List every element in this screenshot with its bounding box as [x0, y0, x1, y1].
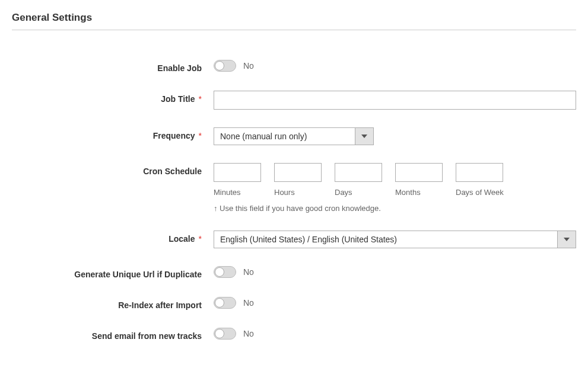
field-enable-job: Enable Job No — [12, 60, 576, 73]
field-locale: Locale* English (United States) / Englis… — [12, 231, 576, 248]
toggle-reindex[interactable] — [214, 297, 236, 309]
sublabel-days-of-week: Days of Week — [456, 188, 504, 197]
toggle-value-generate-unique-url: No — [243, 267, 254, 277]
toggle-knob-icon — [215, 267, 224, 277]
field-frequency: Frequency* None (manual run only) — [12, 127, 576, 145]
label-job-title: Job Title* — [12, 91, 214, 104]
toggle-knob-icon — [215, 61, 224, 71]
label-job-title-text: Job Title — [161, 94, 195, 104]
section-title: General Settings — [12, 12, 576, 30]
toggle-knob-icon — [215, 298, 224, 308]
input-cron-months[interactable] — [395, 163, 443, 182]
sublabel-minutes: Minutes — [214, 188, 261, 197]
toggle-value-enable-job: No — [243, 61, 254, 71]
chevron-down-icon — [355, 127, 374, 145]
input-job-title[interactable] — [214, 91, 576, 110]
input-cron-minutes[interactable] — [214, 163, 261, 182]
field-cron-schedule: Cron Schedule Minutes Hours Days Months … — [12, 163, 576, 213]
label-frequency: Frequency* — [12, 127, 214, 140]
chevron-down-icon — [557, 231, 576, 248]
select-locale-value: English (United States) / English (Unite… — [214, 231, 557, 248]
field-reindex: Re-Index after Import No — [12, 297, 576, 310]
required-mark-icon: * — [199, 131, 202, 140]
label-frequency-text: Frequency — [153, 131, 195, 140]
input-cron-days[interactable] — [335, 163, 382, 182]
toggle-generate-unique-url[interactable] — [214, 266, 236, 278]
select-frequency-value: None (manual run only) — [214, 127, 355, 145]
field-job-title: Job Title* — [12, 91, 576, 110]
field-send-email: Send email from new tracks No — [12, 328, 576, 341]
toggle-send-email[interactable] — [214, 328, 236, 340]
label-enable-job: Enable Job — [12, 60, 214, 73]
select-frequency[interactable]: None (manual run only) — [214, 127, 374, 145]
label-locale: Locale* — [12, 231, 214, 244]
label-locale-text: Locale — [169, 234, 195, 244]
required-mark-icon: * — [199, 94, 202, 104]
sublabel-hours: Hours — [274, 188, 322, 197]
input-cron-days-of-week[interactable] — [456, 163, 503, 182]
sublabel-months: Months — [395, 188, 443, 197]
select-locale[interactable]: English (United States) / English (Unite… — [214, 231, 576, 248]
field-generate-unique-url: Generate Unique Url if Duplicate No — [12, 266, 576, 279]
label-generate-unique-url: Generate Unique Url if Duplicate — [12, 266, 214, 279]
sublabel-days: Days — [335, 188, 382, 197]
toggle-value-send-email: No — [243, 329, 254, 338]
input-cron-hours[interactable] — [274, 163, 322, 182]
cron-note: ↑ Use this field if you have good cron k… — [214, 204, 576, 213]
label-reindex: Re-Index after Import — [12, 297, 214, 310]
toggle-knob-icon — [215, 329, 224, 338]
toggle-value-reindex: No — [243, 298, 254, 308]
required-mark-icon: * — [199, 234, 202, 244]
label-send-email: Send email from new tracks — [12, 328, 214, 341]
label-cron-schedule: Cron Schedule — [12, 163, 214, 176]
toggle-enable-job[interactable] — [214, 60, 236, 72]
